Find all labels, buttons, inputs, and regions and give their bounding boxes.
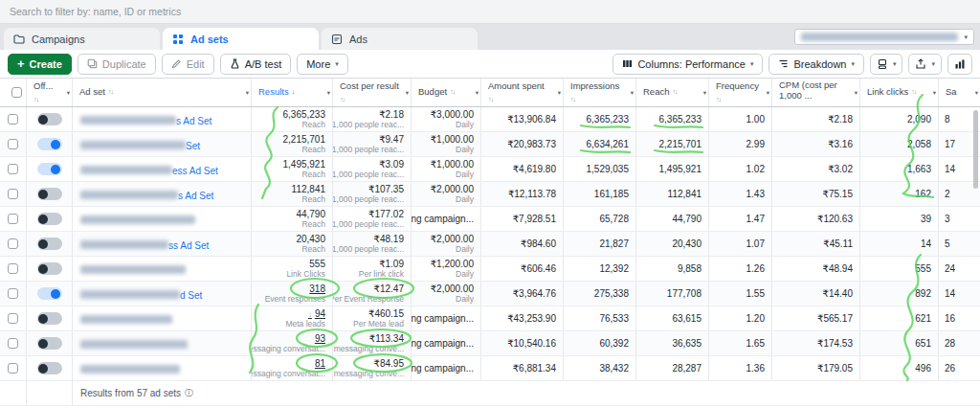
- tab-ads[interactable]: Ads: [322, 28, 478, 50]
- sort-icon[interactable]: ↑↓: [108, 88, 113, 96]
- row-checkbox[interactable]: [8, 338, 18, 349]
- columns-button[interactable]: Columns: Performance ▾: [612, 54, 763, 75]
- sort-icon[interactable]: ↑↓: [488, 96, 493, 103]
- results-value[interactable]: ↓94: [308, 308, 325, 319]
- breakdown-button[interactable]: Breakdown ▾: [768, 54, 864, 75]
- column-menu-caret-icon[interactable]: ▾: [855, 89, 858, 96]
- row-checkbox[interactable]: [8, 189, 18, 199]
- col-header-amount-spent[interactable]: Amount spent↑↓▾: [481, 79, 564, 106]
- toggle-knob: [38, 339, 48, 349]
- sort-icon[interactable]: ↑↓: [779, 104, 784, 106]
- duplicate-button[interactable]: Duplicate: [78, 54, 156, 75]
- ad-set-name-tail[interactable]: s Ad Set: [176, 116, 212, 126]
- ad-set-name[interactable]: d Set: [80, 285, 202, 303]
- vertical-scrollbar[interactable]: [973, 110, 978, 189]
- spent-value: ₹4,619.80: [513, 164, 556, 174]
- column-menu-caret-icon[interactable]: ▾: [975, 89, 978, 96]
- col-header-budget[interactable]: Budget↑↓▾: [412, 79, 481, 106]
- sort-icon[interactable]: ↑↓: [570, 96, 575, 103]
- ad-set-toggle[interactable]: [37, 238, 62, 250]
- column-menu-caret-icon[interactable]: ▾: [67, 89, 70, 96]
- sort-icon[interactable]: ↑↓: [911, 88, 916, 96]
- info-icon[interactable]: ⓘ: [185, 387, 193, 399]
- reports-button[interactable]: ▾: [870, 54, 903, 75]
- row-checkbox[interactable]: [8, 238, 18, 249]
- results-value[interactable]: 93: [315, 333, 325, 344]
- ad-set-name[interactable]: ess Ad Set: [80, 161, 218, 178]
- ad-set-toggle[interactable]: [37, 337, 62, 350]
- column-menu-caret-icon[interactable]: ▾: [406, 89, 409, 96]
- ad-set-name-tail[interactable]: Set: [186, 141, 200, 151]
- ad-set-toggle[interactable]: [37, 213, 62, 225]
- edit-button[interactable]: Edit: [162, 54, 214, 75]
- row-checkbox[interactable]: [8, 363, 18, 374]
- ad-set-name-tail[interactable]: s Ad Set: [178, 191, 213, 201]
- col-header-link-clicks[interactable]: Link clicks↑↓▾: [860, 79, 939, 106]
- column-menu-caret-icon[interactable]: ▾: [767, 89, 769, 96]
- ad-set-toggle[interactable]: [37, 188, 62, 200]
- col-header-results[interactable]: Results↓▾: [252, 79, 333, 106]
- row-checkbox[interactable]: [8, 288, 18, 299]
- ad-set-name[interactable]: s Ad Set: [80, 111, 212, 128]
- ad-set-name-tail[interactable]: ss Ad Set: [168, 240, 209, 251]
- ad-set-name-tail[interactable]: ess Ad Set: [172, 166, 218, 176]
- row-checkbox[interactable]: [8, 164, 18, 174]
- column-menu-caret-icon[interactable]: ▾: [631, 89, 634, 96]
- ad-set-toggle[interactable]: [37, 138, 62, 150]
- row-checkbox[interactable]: [8, 313, 18, 324]
- sort-icon[interactable]: ↑↓: [340, 96, 345, 103]
- account-dropdown[interactable]: ▾: [794, 29, 974, 45]
- sort-icon[interactable]: ↑↓: [450, 88, 455, 96]
- ad-set-toggle[interactable]: [37, 287, 62, 300]
- ad-set-toggle[interactable]: [37, 312, 62, 325]
- charts-button[interactable]: [947, 54, 972, 75]
- ad-set-name[interactable]: s Ad Set: [80, 186, 213, 203]
- col-header-cost-per-result[interactable]: Cost per result↑↓▾: [333, 79, 412, 106]
- row-checkbox[interactable]: [8, 214, 18, 224]
- ad-set-name-tail[interactable]: d Set: [180, 290, 202, 301]
- column-menu-caret-icon[interactable]: ▾: [933, 89, 936, 96]
- search-input[interactable]: Search to filter by: name, ID or metrics: [10, 6, 181, 17]
- row-checkbox[interactable]: [8, 263, 18, 274]
- column-menu-caret-icon[interactable]: ▾: [703, 89, 706, 96]
- ad-set-toggle[interactable]: [37, 113, 62, 125]
- col-header-reach[interactable]: Reach↑↓▾: [636, 79, 709, 106]
- results-value[interactable]: 81: [315, 358, 325, 369]
- ad-set-name[interactable]: [80, 261, 186, 278]
- ab-test-button[interactable]: A/B test: [220, 54, 292, 75]
- col-header-off-[interactable]: Off...↑↓▾: [27, 79, 73, 106]
- export-button[interactable]: ▾: [908, 54, 942, 75]
- more-button[interactable]: More ▾: [297, 54, 348, 75]
- ad-set-name[interactable]: [80, 335, 188, 352]
- row-checkbox[interactable]: [8, 139, 18, 149]
- tab-ad-sets[interactable]: Ad sets: [163, 28, 319, 50]
- create-button[interactable]: + Create: [8, 54, 72, 75]
- col-header-cpm-cost-per-1-000-[interactable]: CPM (cost per 1,000 ...↑↓▾: [772, 79, 860, 106]
- link_clicks-value: 162: [915, 189, 931, 199]
- sort-icon[interactable]: ↑↓: [716, 96, 721, 103]
- row-checkbox[interactable]: [8, 114, 18, 125]
- col-header-ad-set[interactable]: Ad set↑↓▾: [73, 79, 252, 106]
- ad-set-toggle[interactable]: [37, 262, 62, 275]
- sort-icon[interactable]: ↑↓: [672, 88, 677, 96]
- column-menu-caret-icon[interactable]: ▾: [246, 89, 249, 96]
- ad-set-name[interactable]: [80, 360, 180, 377]
- column-menu-caret-icon[interactable]: ▾: [327, 89, 330, 96]
- sort-icon[interactable]: ↓: [292, 88, 295, 96]
- column-menu-caret-icon[interactable]: ▾: [476, 89, 479, 96]
- col-header-checkbox[interactable]: [0, 79, 27, 106]
- ad-set-toggle[interactable]: [37, 163, 62, 175]
- tab-campaigns[interactable]: Campaigns: [4, 28, 160, 50]
- sort-icon[interactable]: ↑↓: [33, 96, 38, 103]
- col-header-frequency[interactable]: Frequency↑↓▾: [709, 79, 772, 106]
- col-header-impressions[interactable]: Impressions↑↓▾: [564, 79, 636, 106]
- col-header-sa[interactable]: Sa▾: [939, 79, 980, 106]
- ad-set-name[interactable]: [80, 211, 195, 228]
- select-all-checkbox[interactable]: [11, 87, 22, 98]
- ad-set-name[interactable]: [80, 310, 172, 328]
- ad-set-name[interactable]: ss Ad Set: [80, 236, 209, 253]
- ad-set-name[interactable]: Set: [80, 136, 200, 153]
- column-menu-caret-icon[interactable]: ▾: [558, 89, 561, 96]
- ad-set-toggle[interactable]: [37, 362, 62, 374]
- results-value[interactable]: 318: [309, 283, 325, 294]
